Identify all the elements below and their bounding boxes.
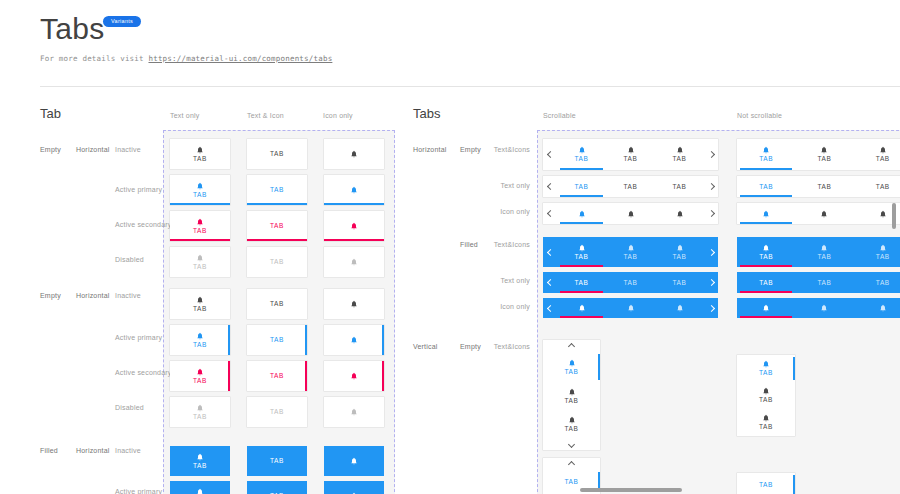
tab-cell-filled[interactable]: TAB — [170, 481, 230, 494]
tab-active[interactable]: TAB — [737, 473, 795, 494]
tab[interactable] — [795, 298, 853, 318]
tab-cell-active-secondary[interactable] — [324, 211, 384, 241]
tab-active[interactable]: TAB — [737, 176, 795, 197]
scroll-right-button[interactable] — [704, 203, 718, 224]
scroll-right-button[interactable] — [704, 237, 718, 267]
tabs-vertical-notscrollable-textonly: TAB — [737, 473, 795, 494]
tab-cell-filled[interactable] — [324, 446, 384, 476]
bell-icon — [676, 304, 684, 312]
bell-icon — [196, 404, 204, 412]
tab[interactable]: TAB — [543, 382, 600, 410]
tab-cell-disabled: TAB — [247, 397, 307, 427]
horizontal-scrollbar-thumb[interactable] — [580, 488, 682, 492]
tab[interactable]: TAB — [655, 237, 704, 267]
tab[interactable]: TAB — [854, 237, 900, 267]
tab-cell[interactable]: TAB — [170, 139, 230, 169]
scroll-left-button[interactable] — [543, 203, 557, 224]
tab[interactable] — [606, 298, 655, 318]
tab[interactable]: TAB — [655, 139, 704, 170]
tab-active[interactable]: TAB — [737, 272, 795, 293]
tab[interactable]: TAB — [795, 272, 853, 293]
tab-cell[interactable] — [324, 139, 384, 169]
tab-cell-filled[interactable]: TAB — [247, 446, 307, 476]
tab-label: TAB — [270, 372, 284, 380]
tab[interactable] — [606, 203, 655, 224]
scroll-up-button[interactable] — [543, 340, 600, 352]
tab-active[interactable] — [737, 203, 795, 224]
tab[interactable]: TAB — [606, 176, 655, 197]
variants-badge: Variants — [103, 16, 141, 27]
scroll-left-button[interactable] — [543, 139, 557, 170]
tab-cell-active-primary[interactable]: TAB — [247, 175, 307, 205]
tab[interactable] — [655, 298, 704, 318]
tab-active[interactable]: TAB — [557, 139, 606, 170]
scroll-left-button[interactable] — [543, 298, 557, 318]
tab-cell-filled[interactable] — [324, 481, 384, 494]
tab[interactable]: TAB — [655, 272, 704, 293]
tab-active[interactable]: TAB — [543, 352, 600, 382]
tab-cell-active-secondary[interactable]: TAB — [170, 361, 230, 391]
scroll-down-button[interactable] — [543, 438, 600, 450]
tab-active[interactable]: TAB — [737, 237, 795, 267]
scroll-left-button[interactable] — [543, 272, 557, 293]
scroll-up-button[interactable] — [543, 458, 600, 470]
tab-active[interactable] — [557, 203, 606, 224]
section-title-tab: Tab — [40, 106, 61, 121]
tab[interactable]: TAB — [543, 410, 600, 438]
tab-label: TAB — [818, 155, 832, 163]
tab-label: TAB — [565, 368, 579, 376]
tab[interactable]: TAB — [655, 176, 704, 197]
tab-cell-active-secondary[interactable]: TAB — [247, 211, 307, 241]
tab-cell-active-primary[interactable]: TAB — [247, 325, 307, 355]
tab-cell-active-primary[interactable]: TAB — [170, 175, 230, 205]
tab-cell-active-secondary[interactable]: TAB — [170, 211, 230, 241]
tab-cell[interactable] — [324, 289, 384, 319]
tab[interactable]: TAB — [854, 139, 900, 170]
tab-active[interactable]: TAB — [557, 176, 606, 197]
tab-active[interactable] — [557, 298, 606, 318]
tab[interactable] — [854, 298, 900, 318]
tab-cell-active-primary[interactable] — [324, 325, 384, 355]
tab-cell-filled[interactable]: TAB — [170, 446, 230, 476]
tab-active[interactable]: TAB — [737, 139, 795, 170]
tab-label: TAB — [193, 377, 207, 385]
tab[interactable]: TAB — [854, 272, 900, 293]
tab-cell[interactable]: TAB — [247, 139, 307, 169]
tab[interactable]: TAB — [606, 237, 655, 267]
scroll-right-button[interactable] — [704, 298, 718, 318]
tab[interactable]: TAB — [795, 139, 853, 170]
tabs-vertical-notscrollable: TAB TAB TAB — [737, 355, 795, 436]
scroll-right-button[interactable] — [704, 176, 718, 197]
state-label-active-primary: Active primary — [115, 488, 162, 494]
tab-cell-active-secondary[interactable] — [324, 361, 384, 391]
tab-cell[interactable]: TAB — [170, 289, 230, 319]
tab-cell-active-primary[interactable] — [324, 175, 384, 205]
tab-cell-filled[interactable]: TAB — [247, 481, 307, 494]
tab[interactable] — [795, 203, 853, 224]
tab-active[interactable] — [737, 298, 795, 318]
vertical-scrollbar-thumb[interactable] — [892, 203, 896, 229]
state-label-inactive: Inactive — [115, 292, 141, 299]
tab[interactable]: TAB — [606, 272, 655, 293]
tab-cell[interactable]: TAB — [247, 289, 307, 319]
tab-active[interactable]: TAB — [557, 237, 606, 267]
scroll-left-button[interactable] — [543, 176, 557, 197]
bell-icon — [350, 258, 358, 266]
tab[interactable]: TAB — [737, 409, 795, 436]
tab-active[interactable]: TAB — [557, 272, 606, 293]
tab-cell-active-primary[interactable]: TAB — [170, 325, 230, 355]
scroll-right-button[interactable] — [704, 272, 718, 293]
tab[interactable]: TAB — [606, 139, 655, 170]
tab[interactable]: TAB — [795, 237, 853, 267]
tab[interactable]: TAB — [795, 176, 853, 197]
tab-active[interactable]: TAB — [737, 355, 795, 382]
tab[interactable]: TAB — [854, 176, 900, 197]
material-ui-link[interactable]: https://material-ui.com/components/tabs — [148, 54, 332, 63]
tab-label: TAB — [624, 155, 638, 163]
scroll-right-button[interactable] — [704, 139, 718, 170]
tab-label: TAB — [193, 305, 207, 313]
tab[interactable]: TAB — [737, 382, 795, 409]
scroll-left-button[interactable] — [543, 237, 557, 267]
tab[interactable] — [655, 203, 704, 224]
tab-cell-active-secondary[interactable]: TAB — [247, 361, 307, 391]
